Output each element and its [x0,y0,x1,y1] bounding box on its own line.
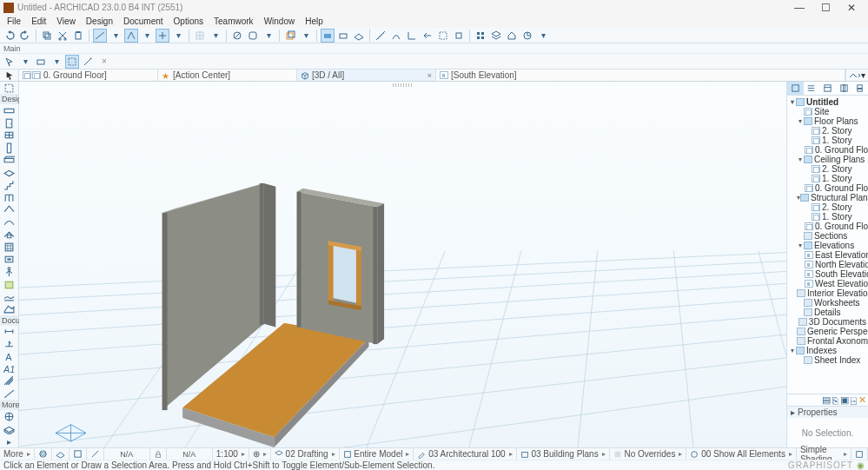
maximize-button[interactable]: ☐ [812,2,838,14]
snap-button[interactable] [124,29,138,43]
label-tool[interactable]: A1 [0,363,18,375]
tree-node[interactable]: ▾Ceiling Plans [787,155,868,164]
tree-node[interactable]: Generic Perspective [787,327,868,336]
tree-node[interactable]: East Elevation [787,250,868,260]
arrow-tool[interactable] [0,70,19,81]
tool-a-button[interactable] [389,29,403,43]
grid-tool[interactable] [0,410,18,422]
qo-scale[interactable]: 1:100▸ [213,448,249,460]
layers-button[interactable] [489,29,503,43]
tab-close-button[interactable]: × [427,71,432,80]
grid-drop[interactable]: ▾ [209,29,222,43]
qo-view2-icon[interactable] [70,448,87,460]
shape-button[interactable] [246,29,260,43]
tree-node[interactable]: Sections [787,231,868,241]
measure-button[interactable] [374,29,388,43]
magic-wand-button[interactable] [81,55,95,69]
railing-tool[interactable] [0,191,18,203]
tree-node[interactable]: 0. Ground Floor [787,183,868,193]
paste-button[interactable] [71,29,85,43]
fill-tool[interactable] [0,375,18,387]
tree-node[interactable]: 2. Story [787,126,868,136]
element-snap-drop[interactable]: ▾ [171,29,185,43]
tree-node[interactable]: 1. Story [787,212,868,222]
close-infobar-button[interactable]: × [97,55,111,69]
mesh-tool[interactable] [0,290,18,302]
tree-node[interactable]: ▾Floor Plans [787,116,868,126]
tree-node[interactable]: 1. Story [787,174,868,183]
nav-sets[interactable] [851,82,868,95]
menu-edit[interactable]: Edit [26,16,51,27]
qo-layer-combo[interactable]: 02 Drafting▸ [271,448,340,460]
geometry-a-button[interactable] [34,55,48,69]
wall-tool[interactable] [0,104,18,116]
level-tool[interactable] [0,338,18,350]
element-snap-button[interactable] [156,29,169,43]
selection-mode-button[interactable] [65,55,79,69]
tool-d-button[interactable] [436,29,450,43]
snap-drop-button[interactable]: ▾ [140,29,154,43]
plane-3-button[interactable] [352,29,366,43]
renovation-drop[interactable]: ▾ [536,29,550,43]
nav-open-icon[interactable]: ⍈ [851,395,857,406]
nav-delete-icon[interactable]: ✕ [858,394,866,406]
door-tool[interactable] [0,117,18,129]
arrow-mode-button[interactable] [3,55,17,69]
plane-2-button[interactable] [336,29,350,43]
undo-button[interactable] [3,29,17,43]
menu-file[interactable]: File [2,16,26,27]
tree-node[interactable]: ▾Structural Plans [787,193,868,202]
qo-view1-icon[interactable] [52,448,70,460]
curtainwall-tool[interactable] [0,241,18,253]
qo-tail-icon[interactable] [851,448,868,460]
tree-node[interactable]: Worksheets [787,298,868,308]
tree-node[interactable]: Sheet Index [787,355,868,365]
geometry-b-button[interactable]: ▾ [50,55,63,69]
coord2-input[interactable] [170,450,209,459]
menu-options[interactable]: Options [169,16,209,27]
qo-filter[interactable]: 00 Show All Elements▸ [686,448,797,460]
column-tool[interactable] [0,142,18,154]
nav-folder-icon[interactable]: ▣ [840,394,849,406]
menu-teamwork[interactable]: Teamwork [209,16,259,27]
qo-coord-lock[interactable] [150,448,167,460]
twisty-icon[interactable]: ▾ [797,242,804,249]
tree-node[interactable]: South Elevation [787,269,868,279]
tab-south-elevation[interactable]: [South Elevation] [436,70,845,81]
menu-help[interactable]: Help [300,16,328,27]
coord1-input[interactable] [108,450,146,459]
tool-c-button[interactable] [421,29,434,43]
tree-node[interactable]: 0. Ground Floor [787,222,868,231]
beam-tool[interactable] [0,154,18,166]
marquee-tool[interactable] [0,82,18,94]
twisty-icon[interactable]: ▾ [789,347,796,354]
qo-model[interactable]: Entire Model▸ [340,448,414,460]
skylight-tool[interactable] [0,228,18,241]
nav-new-icon[interactable]: ⎘ [832,395,838,406]
minimize-button[interactable]: — [786,2,812,14]
text-tool[interactable]: A [0,350,18,362]
tree-node[interactable]: 2. Story [787,164,868,174]
dimension-tool[interactable] [0,326,18,338]
window-tool[interactable] [0,129,18,142]
menu-window[interactable]: Window [259,16,301,27]
qo-shading[interactable]: Simple Shading▸ [797,448,851,460]
qo-view3-icon[interactable] [87,448,104,460]
object-tool[interactable] [0,266,18,278]
tree-node[interactable]: ▾Untitled [787,97,868,107]
trace-drop[interactable]: ▾ [299,29,313,43]
guideline-1-button[interactable] [93,29,107,43]
nav-view-map[interactable] [804,82,820,95]
shell-tool[interactable] [0,216,18,228]
tree-node[interactable]: 2. Story [787,202,868,212]
viewport-3d[interactable] [19,82,786,447]
nav-settings-icon[interactable]: ▤ [822,394,831,406]
redo-button[interactable] [18,29,32,43]
tab-3d[interactable]: [3D / All] × [297,70,436,81]
close-window-button[interactable]: ✕ [838,2,865,14]
opening-tool[interactable] [0,253,18,265]
qo-more[interactable]: More▸ [0,448,35,460]
menu-document[interactable]: Document [118,16,169,27]
morph-tool[interactable] [0,303,18,315]
tab-ground-floor[interactable]: 0. Ground Floor] [19,70,158,81]
